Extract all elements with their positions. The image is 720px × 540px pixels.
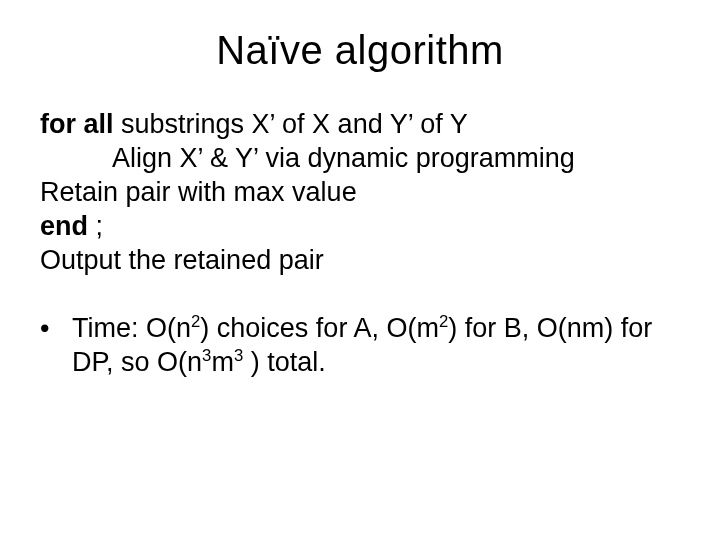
bt-9: ) total. — [243, 347, 326, 377]
slide-body: for all substrings X’ of X and Y’ of Y A… — [40, 107, 680, 277]
body-line-4: end ; — [40, 209, 680, 243]
body-line-1: for all substrings X’ of X and Y’ of Y — [40, 107, 680, 141]
body-line-1-rest: substrings X’ of X and Y’ of Y — [114, 109, 468, 139]
bullet-block: • Time: O(n2) choices for A, O(m2) for B… — [40, 311, 680, 379]
bullet-row: • Time: O(n2) choices for A, O(m2) for B… — [40, 311, 680, 379]
bullet-dot-icon: • — [40, 311, 72, 345]
body-line-5: Output the retained pair — [40, 243, 680, 277]
kw-end: end — [40, 211, 88, 241]
slide: Naïve algorithm for all substrings X’ of… — [0, 0, 720, 540]
bt-sup-1: 2 — [191, 312, 200, 331]
body-line-2: Align X’ & Y’ via dynamic programming — [40, 141, 680, 175]
bt-7: m — [211, 347, 234, 377]
kw-for-all: for all — [40, 109, 114, 139]
bullet-text: Time: O(n2) choices for A, O(m2) for B, … — [72, 311, 680, 379]
bt-1: Time: O(n — [72, 313, 191, 343]
bt-sup-2: 2 — [439, 312, 448, 331]
bt-3: ) choices for A, O(m — [200, 313, 439, 343]
bt-sup-3: 3 — [202, 346, 211, 365]
slide-title: Naïve algorithm — [40, 28, 680, 73]
body-line-4-rest: ; — [88, 211, 103, 241]
bt-sup-4: 3 — [234, 346, 243, 365]
body-line-3: Retain pair with max value — [40, 175, 680, 209]
